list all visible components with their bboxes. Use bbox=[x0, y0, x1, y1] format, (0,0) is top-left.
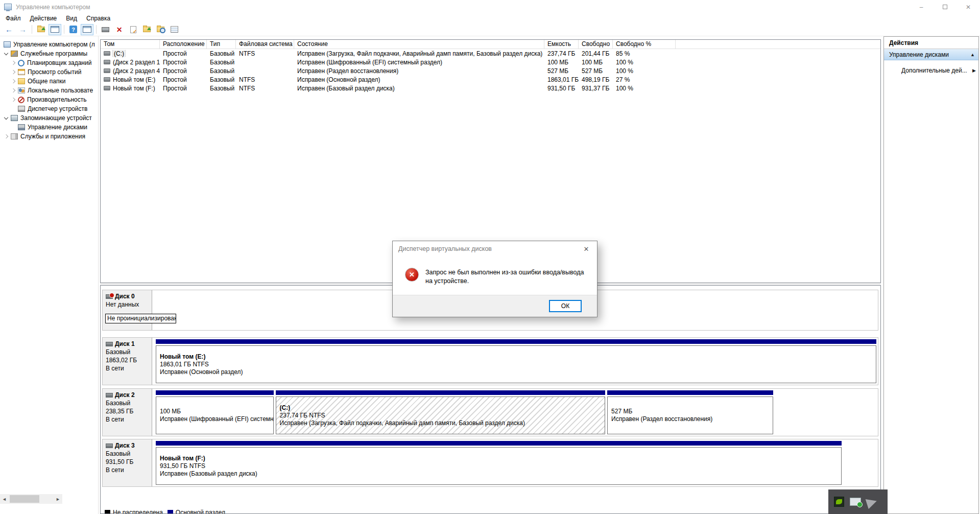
column-header-layout[interactable]: Расположение bbox=[160, 40, 207, 49]
collapse-icon[interactable]: ▲ bbox=[970, 52, 975, 57]
tree-item-disk-management[interactable]: Управление дисками bbox=[0, 123, 98, 132]
maximize-button[interactable] bbox=[933, 0, 957, 14]
column-header-type[interactable]: Тип bbox=[207, 40, 236, 49]
delete-button[interactable]: ✕ bbox=[113, 24, 126, 35]
disk-state: В сети bbox=[106, 364, 152, 372]
console-tree-toggle-button[interactable] bbox=[49, 24, 61, 35]
chevron-down-icon[interactable] bbox=[3, 115, 10, 121]
disk-2-header[interactable]: Диск 2 Базовый 238,35 ГБ В сети bbox=[103, 389, 152, 436]
minimize-button[interactable]: – bbox=[910, 0, 933, 14]
menu-help[interactable]: Справка bbox=[82, 14, 115, 23]
scroll-right-icon[interactable]: ► bbox=[54, 497, 62, 502]
virtual-disk-manager-dialog: Диспетчер виртуальных дисков ✕ ✕ Запрос … bbox=[392, 241, 597, 317]
tree-item-performance[interactable]: Производительность bbox=[0, 95, 98, 104]
legend-label: Не распределена bbox=[113, 509, 163, 514]
disk-1-row[interactable]: Диск 1 Базовый 1863,02 ГБ В сети Новый т… bbox=[102, 337, 878, 385]
chevron-right-icon[interactable] bbox=[10, 87, 17, 94]
volume-row-c[interactable]: (C:) Простой Базовый NTFS Исправен (Загр… bbox=[101, 49, 880, 58]
new-folder-button[interactable] bbox=[140, 24, 153, 35]
column-header-free-pct[interactable]: Свободно % bbox=[613, 40, 676, 49]
tree-item-computer-management[interactable]: Управление компьютером (л bbox=[0, 40, 98, 49]
tree-item-shared-folders[interactable]: Общие папки bbox=[0, 77, 98, 86]
help-button[interactable]: ? bbox=[67, 24, 80, 35]
tree-item-local-users[interactable]: Локальные пользовате bbox=[0, 86, 98, 95]
ok-button[interactable]: ОК bbox=[549, 300, 582, 312]
chevron-right-icon[interactable] bbox=[10, 60, 17, 66]
disk-1-header[interactable]: Диск 1 Базовый 1863,02 ГБ В сети bbox=[103, 338, 152, 385]
storage-icon bbox=[11, 115, 18, 121]
disk-2-row[interactable]: Диск 2 Базовый 238,35 ГБ В сети 100 МБ И… bbox=[102, 388, 878, 436]
folder-search-button[interactable] bbox=[154, 24, 167, 35]
legend-primary-partition: Основной раздел bbox=[168, 509, 225, 514]
volume-row-disk2-part4[interactable]: (Диск 2 раздел 4) Простой Базовый Исправ… bbox=[101, 66, 880, 75]
partition-c[interactable]: (C:) 237,74 ГБ NTFS Исправен (Загрузка, … bbox=[276, 390, 606, 434]
tools-icon bbox=[11, 51, 18, 57]
menu-view[interactable]: Вид bbox=[61, 14, 82, 23]
nvidia-settings-icon[interactable] bbox=[834, 497, 844, 507]
disk-3-row[interactable]: Диск 3 Базовый 931,50 ГБ В сети Новый то… bbox=[102, 439, 878, 487]
cell-capacity: 931,50 ГБ bbox=[544, 85, 579, 92]
chevron-right-icon[interactable] bbox=[10, 78, 17, 84]
volume-row-disk2-part1[interactable]: (Диск 2 раздел 1) Простой Базовый Исправ… bbox=[101, 58, 880, 66]
tree-horizontal-scrollbar[interactable]: ◄ ► bbox=[0, 494, 62, 504]
paper-plane-icon[interactable] bbox=[866, 495, 883, 509]
safely-remove-hardware-icon[interactable] bbox=[850, 498, 861, 506]
disk-3-header[interactable]: Диск 3 Базовый 931,50 ГБ В сети bbox=[103, 439, 152, 486]
forward-button[interactable]: → bbox=[16, 24, 29, 35]
volume-row-f[interactable]: Новый том (F:) Простой Базовый NTFS Испр… bbox=[101, 84, 880, 92]
export-list-button[interactable] bbox=[81, 24, 93, 35]
chevron-right-icon[interactable] bbox=[10, 69, 17, 75]
check-volume-button[interactable] bbox=[127, 24, 139, 35]
tree-label: Диспетчер устройств bbox=[28, 105, 87, 112]
menu-action[interactable]: Действие bbox=[26, 14, 62, 23]
show-hide-tree-button[interactable] bbox=[35, 24, 47, 35]
partition-f[interactable]: Новый том (F:) 931,50 ГБ NTFS Исправен (… bbox=[156, 441, 842, 485]
tree-item-event-viewer[interactable]: Просмотр событий bbox=[0, 67, 98, 77]
close-button[interactable]: ✕ bbox=[957, 0, 980, 14]
tree-label: Управление компьютером (л bbox=[13, 41, 95, 48]
forward-icon: → bbox=[19, 25, 27, 34]
menu-file[interactable]: Файл bbox=[1, 14, 26, 23]
dialog-close-button[interactable]: ✕ bbox=[576, 241, 597, 256]
column-header-status[interactable]: Состояние bbox=[294, 40, 544, 49]
column-header-filesystem[interactable]: Файловая система bbox=[236, 40, 294, 49]
volume-row-e[interactable]: Новый том (E:) Простой Базовый NTFS Испр… bbox=[101, 75, 880, 84]
tree-item-device-manager[interactable]: Диспетчер устройств bbox=[0, 104, 98, 113]
refresh-disk-button[interactable] bbox=[99, 24, 112, 35]
actions-panel: Действия Управление дисками ▲ Дополнител… bbox=[883, 36, 979, 514]
partition-color-strip bbox=[276, 390, 606, 395]
back-button[interactable]: ← bbox=[3, 24, 15, 35]
partition-color-strip bbox=[156, 441, 842, 446]
tree-item-system-tools[interactable]: Служебные программы bbox=[0, 49, 98, 58]
partition-size: 931,50 ГБ NTFS bbox=[160, 462, 838, 470]
disk-icon bbox=[106, 443, 113, 448]
shared-folder-icon bbox=[18, 78, 25, 84]
column-header-capacity[interactable]: Емкость bbox=[544, 40, 579, 49]
chevron-down-icon[interactable] bbox=[3, 51, 10, 57]
partition-recovery[interactable]: 527 МБ Исправен (Раздел восстановления) bbox=[607, 390, 773, 434]
actions-item-more-actions[interactable]: Дополнительные дей... ▶ bbox=[884, 65, 978, 76]
tree-item-task-scheduler[interactable]: Планировщик заданий bbox=[0, 58, 98, 67]
delete-icon: ✕ bbox=[116, 26, 123, 34]
scrollbar-thumb[interactable] bbox=[10, 495, 39, 503]
partition-status: Исправен (Шифрованный (EFI) системный ра… bbox=[160, 415, 270, 423]
partition-efi[interactable]: 100 МБ Исправен (Шифрованный (EFI) систе… bbox=[156, 390, 274, 434]
partition-e[interactable]: Новый том (E:) 1863,01 ГБ NTFS Исправен … bbox=[156, 339, 876, 383]
disk-icon bbox=[102, 27, 109, 32]
disk-0-header[interactable]: Диск 0 Нет данных bbox=[103, 290, 152, 330]
cell-status: Исправен (Основной раздел) bbox=[294, 76, 544, 83]
cell-capacity: 527 МБ bbox=[544, 67, 579, 75]
column-header-volume[interactable]: Том bbox=[101, 40, 160, 49]
scroll-left-icon[interactable]: ◄ bbox=[0, 497, 9, 502]
actions-group-disk-management[interactable]: Управление дисками ▲ bbox=[884, 49, 978, 60]
column-header-free[interactable]: Свободно bbox=[579, 40, 613, 49]
error-icon: ✕ bbox=[405, 268, 419, 282]
cell-capacity: 1863,01 ГБ bbox=[544, 76, 579, 83]
properties-button[interactable] bbox=[168, 24, 181, 35]
tree-item-storage[interactable]: Запоминающие устройст bbox=[0, 113, 98, 123]
system-tray-overlay bbox=[828, 489, 888, 514]
chevron-right-icon[interactable] bbox=[3, 133, 10, 139]
cell-status: Исправен (Загрузка, Файл подкачки, Авари… bbox=[294, 50, 544, 57]
tree-item-services-apps[interactable]: Службы и приложения bbox=[0, 132, 98, 141]
chevron-right-icon[interactable] bbox=[10, 97, 17, 103]
